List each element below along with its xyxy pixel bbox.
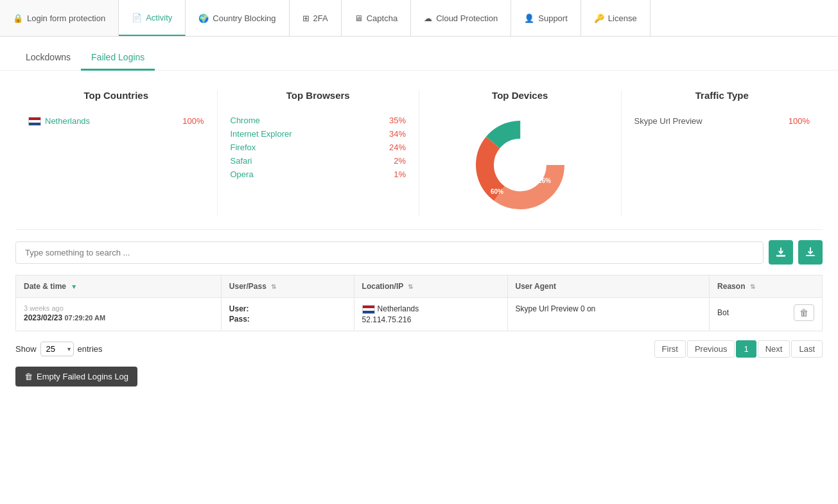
nav-tab-login-form[interactable]: 🔒Login form protection [0,0,119,36]
pass-label: Pass: [229,315,346,324]
previous-page-button[interactable]: Previous [687,340,735,358]
traffic-row: Skype Url Preview100% [634,114,810,128]
empty-log-button[interactable]: 🗑 Empty Failed Logins Log [15,367,137,387]
main-content: LockdownsFailed Logins Top Countries Net… [0,37,838,504]
cell-userpass: User: Pass: [221,298,354,331]
donut-label-3: 14% [528,137,541,144]
sort-location-icon: ⇅ [408,283,413,290]
cell-datetime: 3 weeks ago 2023/02/23 07:29:20 AM [16,298,222,331]
cell-reason: Bot 🗑 [710,298,823,331]
top-browsers-col: Top Browsers Chrome35%Internet Explorer3… [218,90,420,216]
show-label: Show [15,344,37,354]
country-blocking-icon: 🌍 [198,13,209,23]
download-icon [805,247,816,257]
col-userpass[interactable]: User/Pass ⇅ [221,275,354,298]
first-page-button[interactable]: First [654,340,686,358]
nav-tab-license[interactable]: 🔑License [581,0,650,36]
nav-tab-country-blocking[interactable]: 🌍Country Blocking [186,0,289,36]
table-header-row: Date & time ▼ User/Pass ⇅ Location/IP ⇅ … [16,275,823,298]
time-ago: 3 weeks ago [24,304,213,312]
col-location[interactable]: Location/IP ⇅ [354,275,507,298]
nav-tab-activity[interactable]: 📄Activity [119,0,186,36]
2fa-label: 2FA [313,13,328,23]
cell-useragent: Skype Url Preview 0 on [507,298,710,331]
delete-row-button[interactable]: 🗑 [794,304,814,321]
data-table-wrap: Date & time ▼ User/Pass ⇅ Location/IP ⇅ … [0,275,838,331]
top-devices-title: Top Devices [492,90,548,101]
donut-svg: 60% 26% 14% [469,114,572,216]
col-datetime: Date & time ▼ [16,275,222,298]
nav-tab-cloud-protection[interactable]: ☁Cloud Protection [411,0,511,36]
browser-pct: 1% [394,169,406,179]
browser-name: Safari [231,156,252,166]
nav-tab-2fa[interactable]: ⊞2FA [290,0,342,36]
pagination-section: Show 102550100 entries First Previous 1 … [0,331,838,367]
stats-section: Top Countries Netherlands100% Top Browse… [0,71,838,229]
browser-row: Chrome35% [231,114,406,127]
current-page-button[interactable]: 1 [736,340,756,358]
download-button[interactable] [798,240,823,265]
cell-location: Netherlands 52.114.75.216 [354,298,507,331]
login-form-icon: 🔒 [13,13,23,23]
sort-userpass-icon: ⇅ [271,283,276,290]
pagination-controls: First Previous 1 Next Last [654,340,823,358]
browser-pct: 24% [389,143,406,152]
sub-tabs: LockdownsFailed Logins [0,37,838,71]
table-row: 3 weeks ago 2023/02/23 07:29:20 AM User:… [16,298,823,331]
activity-icon: 📄 [132,13,142,22]
entries-label: entries [78,344,103,354]
browser-name: Internet Explorer [231,129,292,139]
traffic-type-title: Traffic Type [634,90,810,101]
failed-logins-table: Date & time ▼ User/Pass ⇅ Location/IP ⇅ … [15,275,823,331]
browser-pct: 2% [394,156,406,166]
subtab-failed-logins[interactable]: Failed Logins [81,47,155,71]
top-countries-title: Top Countries [28,90,204,101]
export-csv-button[interactable] [769,240,793,265]
cloud-protection-label: Cloud Protection [436,13,498,23]
location-flag: Netherlands [362,304,500,314]
subtab-lockdowns[interactable]: Lockdowns [15,47,81,71]
browser-row: Opera1% [231,168,406,181]
sort-datetime-icon: ▼ [71,283,77,290]
date-main: 2023/02/23 07:29:20 AM [24,313,213,322]
next-page-button[interactable]: Next [758,340,790,358]
entries-per-page-select[interactable]: 102550100 [40,342,74,356]
login-form-label: Login form protection [27,13,105,23]
last-page-button[interactable]: Last [791,340,823,358]
flag-nl [28,117,41,126]
browser-pct: 34% [389,129,406,139]
ip-address: 52.114.75.216 [362,315,500,324]
browser-row: Firefox24% [231,141,406,154]
svg-rect-0 [776,255,785,256]
col-useragent: User Agent [507,275,710,298]
reason-value: Bot [717,308,729,317]
traffic-name: Skype Url Preview [634,116,703,126]
sort-reason-icon: ⇅ [750,283,755,290]
show-entries: Show 102550100 entries [15,342,103,356]
browser-pct: 35% [389,116,406,125]
user-label: User: [229,304,346,313]
license-label: License [608,13,637,23]
time-main: 07:29:20 AM [64,314,105,322]
search-input[interactable] [15,241,764,264]
traffic-pct: 100% [789,116,810,126]
support-icon: 👤 [524,13,534,23]
export-icon [776,247,786,257]
donut-label-2: 26% [538,177,551,184]
browser-row: Internet Explorer34% [231,127,406,141]
cloud-protection-icon: ☁ [424,13,432,23]
country-row: Netherlands100% [28,114,204,128]
nav-tab-captcha[interactable]: 🖥Captcha [342,0,411,36]
empty-log-label: Empty Failed Logins Log [37,372,128,381]
top-countries-col: Top Countries Netherlands100% [15,90,218,216]
captcha-label: Captcha [367,13,397,23]
top-nav: 🔒Login form protection📄Activity🌍Country … [0,0,838,37]
traffic-type-col: Traffic Type Skype Url Preview100% [622,90,823,216]
browser-name: Firefox [231,143,256,152]
country-pct: 100% [182,116,204,126]
country-name: Netherlands [28,116,90,126]
nav-tab-support[interactable]: 👤Support [511,0,581,36]
col-reason[interactable]: Reason ⇅ [710,275,823,298]
2fa-icon: ⊞ [302,13,310,23]
license-icon: 🔑 [594,13,604,23]
